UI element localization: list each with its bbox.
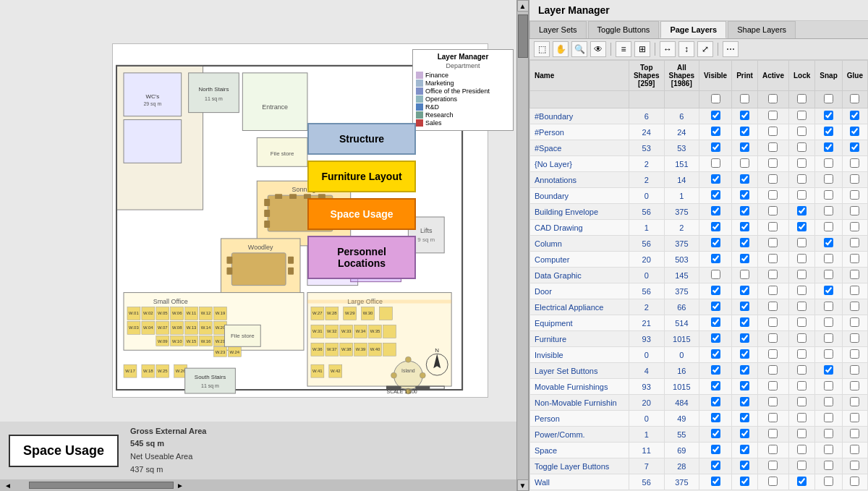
active-cell[interactable] [757,458,788,474]
lock-checkbox[interactable] [797,333,807,343]
print-checkbox[interactable] [740,238,749,247]
snap-cell[interactable] [815,188,842,204]
print-checkbox[interactable] [740,349,749,359]
print-checkbox[interactable] [740,461,749,470]
snap-checkbox[interactable] [824,142,833,152]
print-cell[interactable] [732,108,758,124]
tab-toggle-buttons[interactable]: Toggle Buttons [588,21,660,38]
visible-checkbox[interactable] [711,270,720,279]
active-checkbox[interactable] [768,142,778,152]
glue-checkbox[interactable] [850,461,859,470]
lock-cell[interactable] [788,458,814,474]
layer-name-cell[interactable]: Layer Set Buttons [530,363,629,379]
snap-checkbox[interactable] [824,254,833,263]
top-shapes-cell[interactable]: 53 [629,140,664,156]
all-shapes-cell[interactable]: 0 [664,347,699,363]
active-checkbox[interactable] [768,286,778,295]
snap-checkbox[interactable] [824,206,833,215]
print-cell[interactable] [732,172,758,188]
active-all-checkbox[interactable] [768,94,778,103]
print-cell[interactable] [732,443,758,458]
toolbar-cursor-icon[interactable]: ⬚ [534,41,550,57]
active-cell[interactable] [757,283,788,299]
visible-cell[interactable] [699,108,732,124]
snap-checkbox[interactable] [824,317,833,327]
all-shapes-cell[interactable]: 514 [664,315,699,331]
layer-name-cell[interactable]: {No Layer} [530,156,629,172]
toolbar-eye-icon[interactable]: 👁 [590,41,606,57]
top-shapes-cell[interactable]: 20 [629,252,664,268]
tab-page-layers[interactable]: Page Layers [660,21,726,38]
lock-cell[interactable] [788,252,814,268]
top-shapes-cell[interactable]: 93 [629,379,664,395]
print-checkbox[interactable] [740,174,749,184]
glue-checkbox[interactable] [850,429,859,438]
glue-cell[interactable] [842,124,867,140]
all-shapes-cell[interactable]: 24 [664,124,699,140]
layer-name-cell[interactable]: Invisible [530,347,629,363]
layer-name-cell[interactable]: Person [530,411,629,427]
col-lock-all[interactable] [788,91,814,108]
lock-cell[interactable] [788,172,814,188]
visible-cell[interactable] [699,124,732,140]
glue-cell[interactable] [842,363,867,379]
snap-cell[interactable] [815,124,842,140]
all-shapes-cell[interactable]: 6 [664,108,699,124]
snap-checkbox[interactable] [824,222,833,231]
visible-checkbox[interactable] [711,238,720,247]
lock-checkbox[interactable] [797,270,807,279]
visible-cell[interactable] [699,347,732,363]
visible-checkbox[interactable] [711,127,720,136]
glue-cell[interactable] [842,347,867,363]
active-cell[interactable] [757,363,788,379]
active-checkbox[interactable] [768,111,778,120]
visible-cell[interactable] [699,427,732,443]
print-cell[interactable] [732,268,758,283]
active-checkbox[interactable] [768,365,778,375]
snap-cell[interactable] [815,379,842,395]
toolbar-arrow-icon[interactable]: ↔ [660,41,676,57]
active-cell[interactable] [757,140,788,156]
space-usage-main-button[interactable]: Space Usage [9,435,119,467]
active-cell[interactable] [757,220,788,236]
lock-checkbox[interactable] [797,174,807,184]
top-shapes-cell[interactable]: 2 [629,299,664,315]
lock-checkbox[interactable] [797,206,807,215]
top-shapes-cell[interactable]: 7 [629,458,664,474]
layer-name-cell[interactable]: CAD Drawing [530,220,629,236]
print-cell[interactable] [732,458,758,474]
print-cell[interactable] [732,188,758,204]
snap-cell[interactable] [815,252,842,268]
lock-checkbox[interactable] [797,142,807,152]
glue-cell[interactable] [842,315,867,331]
visible-checkbox[interactable] [711,111,720,120]
active-checkbox[interactable] [768,429,778,438]
snap-checkbox[interactable] [824,445,833,454]
glue-cell[interactable] [842,204,867,220]
layer-name-cell[interactable]: Electrical Appliance [530,299,629,315]
snap-cell[interactable] [815,395,842,411]
visible-all-checkbox[interactable] [711,94,720,103]
snap-checkbox[interactable] [824,270,833,279]
snap-cell[interactable] [815,220,842,236]
active-checkbox[interactable] [768,127,778,136]
visible-cell[interactable] [699,474,732,490]
glue-checkbox[interactable] [850,349,859,359]
print-checkbox[interactable] [740,142,749,152]
top-shapes-cell[interactable]: 2 [629,156,664,172]
visible-cell[interactable] [699,299,732,315]
lock-cell[interactable] [788,443,814,458]
glue-checkbox[interactable] [850,381,859,390]
snap-cell[interactable] [815,458,842,474]
toolbar-list-icon[interactable]: ≡ [616,41,631,57]
visible-checkbox[interactable] [711,445,720,454]
active-cell[interactable] [757,379,788,395]
top-shapes-cell[interactable]: 24 [629,124,664,140]
lock-cell[interactable] [788,347,814,363]
top-shapes-cell[interactable]: 20 [629,395,664,411]
glue-checkbox[interactable] [850,365,859,375]
visible-cell[interactable] [699,188,732,204]
active-checkbox[interactable] [768,190,778,200]
snap-cell[interactable] [815,315,842,331]
print-all-checkbox[interactable] [740,94,749,103]
